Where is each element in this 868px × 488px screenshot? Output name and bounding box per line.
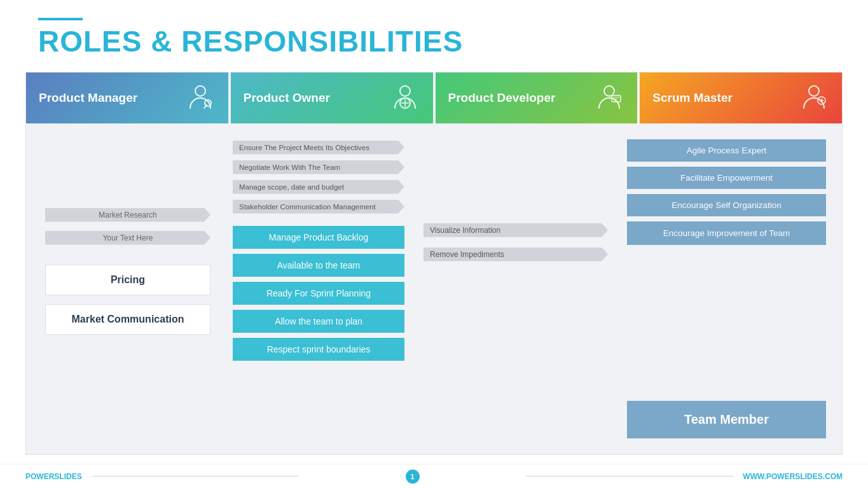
po-title: Product Owner bbox=[244, 91, 390, 105]
pm-box-pricing: Pricing bbox=[45, 265, 210, 295]
col-pm: Market Research Your Text Here Pricing M… bbox=[32, 136, 223, 442]
pm-box-market: Market Communication bbox=[45, 304, 210, 335]
footer-page-number: 1 bbox=[406, 470, 420, 484]
po-arrow-bar-1: Ensure The Project Meets Its Objectives bbox=[233, 141, 404, 155]
footer-center: 1 bbox=[308, 470, 516, 484]
po-arrow-bar-3: Manage scope, date and budget bbox=[233, 180, 404, 194]
page-title: ROLES & RESPONSIBILITIES bbox=[38, 25, 830, 58]
pd-arrow-1: Visualize Information bbox=[424, 222, 608, 239]
footer-line-left bbox=[92, 476, 300, 477]
svg-point-3 bbox=[400, 86, 410, 96]
svg-point-0 bbox=[195, 86, 205, 96]
pm-arrows: Market Research Your Text Here bbox=[45, 206, 210, 252]
po-btn-2[interactable]: Available to the team bbox=[233, 254, 404, 277]
header: ROLES & RESPONSIBILITIES bbox=[0, 0, 868, 64]
col-sm: Agile Process Expert Facilitate Empowerm… bbox=[617, 136, 836, 442]
title-black: ROLES & bbox=[38, 25, 181, 58]
pm-arrow-bar-2: Your Text Here bbox=[45, 231, 210, 245]
role-header-pm: Product Manager bbox=[26, 73, 228, 123]
pm-title: Product Manager bbox=[39, 91, 185, 105]
title-cyan: RESPONSIBILITIES bbox=[181, 25, 463, 58]
svg-point-11 bbox=[809, 86, 819, 96]
sm-icon bbox=[799, 83, 829, 113]
po-arrow-bar-4: Stakeholder Communication Management bbox=[233, 200, 404, 214]
svg-point-7 bbox=[604, 86, 614, 96]
pd-top-spacer bbox=[424, 139, 608, 222]
po-arrow-bar-2: Negotiate Work With The Team bbox=[233, 160, 404, 174]
po-icon bbox=[390, 83, 420, 113]
sm-btn-4[interactable]: Encourage Improvement of Team bbox=[627, 221, 826, 246]
pm-arrow-1: Market Research bbox=[45, 206, 210, 224]
pd-arrow-bar-1: Visualize Information bbox=[424, 223, 608, 237]
brand-black: POWER bbox=[25, 472, 54, 481]
pm-icon bbox=[185, 83, 216, 113]
pd-arrow-bar-2: Remove Impediments bbox=[424, 247, 608, 261]
pd-arrow-2: Remove Impediments bbox=[424, 246, 608, 263]
po-btn-4[interactable]: Allow the team to plan bbox=[233, 310, 404, 333]
col-pd: Visualize Information Remove Impediments bbox=[414, 136, 617, 442]
col-po: Ensure The Project Meets Its Objectives … bbox=[223, 136, 414, 442]
footer-website: WWW.POWERSLIDES.COM bbox=[743, 472, 843, 481]
po-arrow-1: Ensure The Project Meets Its Objectives bbox=[233, 139, 404, 156]
role-header-po: Product Owner bbox=[231, 73, 433, 123]
footer-line-right bbox=[526, 476, 734, 477]
content-area: Market Research Your Text Here Pricing M… bbox=[26, 123, 842, 454]
po-btn-3[interactable]: Ready For Sprint Planning bbox=[233, 282, 404, 305]
pm-arrow-2: Your Text Here bbox=[45, 229, 210, 247]
sm-btn-1[interactable]: Agile Process Expert bbox=[627, 139, 826, 162]
main-content: Product Manager Product Owner bbox=[25, 72, 843, 455]
sm-title: Scrum Master bbox=[652, 91, 799, 105]
sm-btn-3[interactable]: Encourage Self Organization bbox=[627, 194, 826, 216]
sm-btn-2[interactable]: Facilitate Empowerment bbox=[627, 167, 826, 189]
po-arrow-4: Stakeholder Communication Management bbox=[233, 199, 404, 215]
footer-brand: POWERSLIDES bbox=[25, 472, 82, 481]
footer: POWERSLIDES 1 WWW.POWERSLIDES.COM bbox=[0, 464, 868, 488]
roles-header-row: Product Manager Product Owner bbox=[26, 73, 842, 123]
po-btn-5[interactable]: Respect sprint boundaries bbox=[233, 338, 404, 361]
pm-arrow-bar-1: Market Research bbox=[45, 208, 210, 222]
role-header-sm: Scrum Master bbox=[640, 73, 842, 123]
brand-cyan: SLIDES bbox=[54, 472, 81, 481]
po-arrow-3: Manage scope, date and budget bbox=[233, 179, 404, 195]
team-member-box: Team Member bbox=[627, 401, 826, 438]
po-arrow-2: Negotiate Work With The Team bbox=[233, 159, 404, 176]
role-header-pd: Product Developer bbox=[436, 73, 638, 123]
pd-title: Product Developer bbox=[448, 91, 595, 105]
pd-icon bbox=[594, 83, 624, 113]
header-accent-line bbox=[38, 18, 83, 20]
po-btn-1[interactable]: Manage Product Backlog bbox=[233, 226, 404, 249]
